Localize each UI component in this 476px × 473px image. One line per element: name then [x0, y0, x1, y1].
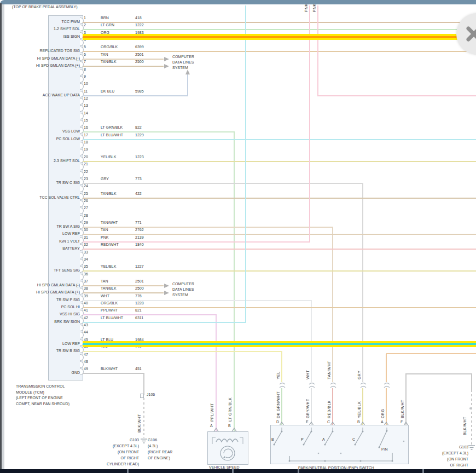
- wire-pin-42[interactable]: [245, 5, 246, 322]
- wire-pnk-2[interactable]: [317, 95, 476, 96]
- wire-color-label: GRY/WHT: [306, 358, 310, 418]
- wire-color-label: BLK/WHT: [400, 358, 404, 418]
- wire-pin-29[interactable]: [332, 227, 333, 382]
- wire-pnp-f-dashed[interactable]: [471, 390, 472, 445]
- wire-pin-49[interactable]: [83, 373, 144, 374]
- wire-pin-41[interactable]: [83, 314, 217, 315]
- circuit-number: 2762: [135, 228, 144, 232]
- wire-pin-46[interactable]: [281, 351, 282, 382]
- signal-name: BRK SW SIGN: [0, 320, 80, 324]
- wire-below-connector[interactable]: [332, 388, 333, 425]
- pin-number: 9: [84, 74, 86, 79]
- pin-number: 21: [84, 162, 88, 166]
- wire-pin-25[interactable]: [83, 198, 476, 199]
- signal-name: BATTERY: [0, 246, 80, 251]
- wire-pin-46[interactable]: [83, 351, 282, 352]
- data-line-arrow-icon: [164, 291, 169, 295]
- wire-color-label: DK GRN/WHT: [276, 358, 280, 418]
- wire-color: LT BLU/WHT: [101, 133, 123, 137]
- signal-name: ACC WAKE UP DATA: [0, 93, 80, 97]
- svg-text:C: C: [352, 437, 355, 441]
- circuit-number: 6399: [135, 45, 144, 49]
- signal-name: TR SW B SIG: [0, 349, 80, 353]
- bottom-bar-divider: [422, 469, 424, 473]
- wire-below-connector[interactable]: [362, 388, 363, 425]
- signal-name: TR SW A SIG: [0, 224, 80, 229]
- pin-number: 20: [84, 155, 88, 159]
- circuit-number: 6311: [135, 316, 143, 320]
- pin-number: 24: [84, 184, 88, 188]
- pin-number: 5: [84, 45, 86, 49]
- highlighted-wire[interactable]: [83, 36, 476, 38]
- svg-text:P: P: [301, 437, 304, 441]
- wire-pin-32[interactable]: [83, 249, 476, 250]
- pin-number: 12: [84, 96, 88, 101]
- tcm-location-label: TRANSMISSION CONTROL MODULE (TCM) (LEFT …: [16, 384, 69, 407]
- wire-pin-31[interactable]: [309, 5, 310, 241]
- wire-pin-23[interactable]: [83, 183, 363, 184]
- wire-pnp-a[interactable]: [386, 354, 387, 382]
- wire-pin-20[interactable]: [83, 161, 476, 162]
- wire-color: LT GRN: [101, 23, 114, 27]
- wire-pin-37[interactable]: [83, 285, 164, 286]
- circuit-number: 1222: [135, 23, 144, 27]
- signal-name: 2-3 SHIFT SOL: [0, 159, 80, 163]
- wire-color: YEL/BLK: [101, 155, 116, 159]
- wire-color: ORG/BLK: [101, 45, 118, 49]
- wire-pin-5[interactable]: [83, 51, 476, 52]
- computer-data-lines-label-2: COMPUTER DATA LINES SYSTEM: [172, 281, 194, 298]
- wire-pin-42[interactable]: [83, 322, 246, 323]
- wire-below-connector[interactable]: [281, 388, 282, 425]
- wire-pnp-a[interactable]: [386, 353, 476, 354]
- wire-color: TAN/WHT: [101, 221, 118, 225]
- wire-pin-6[interactable]: [83, 59, 164, 60]
- wire-color: TAN: [101, 53, 108, 57]
- pin-number: 28: [84, 214, 88, 218]
- wire-pin-30[interactable]: [83, 234, 476, 235]
- wire-pnp-a[interactable]: [386, 388, 387, 425]
- wire-pin-17[interactable]: [83, 139, 476, 140]
- wire-pnk-2[interactable]: [317, 5, 318, 96]
- wire-pin-7[interactable]: [83, 66, 164, 67]
- circuit-number: 422: [135, 192, 142, 196]
- svg-text:A: A: [322, 437, 325, 441]
- wire-pin-49-dashed[interactable]: [143, 398, 144, 438]
- ground-g106-label: G106 (4.3L) (RIGHT REAR OF ENGINE): [148, 437, 172, 461]
- pin-number: 22: [84, 170, 88, 174]
- wire-pin-29[interactable]: [83, 227, 333, 228]
- wire-pin-2[interactable]: [83, 29, 476, 30]
- wire-pin-11[interactable]: [187, 74, 188, 95]
- highlighted-wire[interactable]: [83, 343, 476, 345]
- wire-color: BLK/WHT: [101, 367, 118, 371]
- pin-number: 36: [84, 272, 88, 276]
- circuit-number: 5985: [135, 89, 144, 94]
- bottom-bar-divider: [232, 469, 234, 473]
- window-top-bar: [0, 0, 476, 4]
- wire-pin-41[interactable]: [216, 314, 217, 432]
- wire-pin-35[interactable]: [83, 270, 476, 272]
- wire-pin-49[interactable]: [143, 373, 144, 395]
- close-button[interactable]: [456, 13, 476, 55]
- signal-name: HI SPD GMLAN DATA (+): [0, 64, 80, 68]
- circuit-number: 1229: [135, 133, 144, 137]
- wire-pin-38[interactable]: [83, 292, 164, 293]
- circuit-number: 821: [135, 308, 142, 313]
- wire-pnp-f[interactable]: [405, 373, 472, 374]
- wire-pnp-f[interactable]: [405, 374, 407, 425]
- pin-number: 48: [84, 360, 88, 364]
- svg-text:B: B: [271, 437, 274, 441]
- wire-pin-23[interactable]: [362, 183, 363, 382]
- wire-color: TAN: [101, 279, 108, 284]
- wire-color: BRN: [101, 16, 109, 20]
- signal-name: IGN 1 VOLT: [0, 239, 80, 244]
- wire-pin-11[interactable]: [83, 95, 188, 96]
- signal-name: HI SPD GMLAN DATA (-): [0, 56, 80, 61]
- wire-below-connector[interactable]: [311, 388, 312, 425]
- wire-pnp-f[interactable]: [471, 374, 472, 390]
- wire-pin-16[interactable]: [83, 131, 235, 132]
- vss-pin-letter: B: [228, 424, 231, 428]
- pin-number: 2: [84, 23, 86, 27]
- wire-pin-16[interactable]: [234, 131, 235, 432]
- pin-number: 8: [84, 67, 86, 72]
- circuit-number: 2501: [135, 279, 144, 284]
